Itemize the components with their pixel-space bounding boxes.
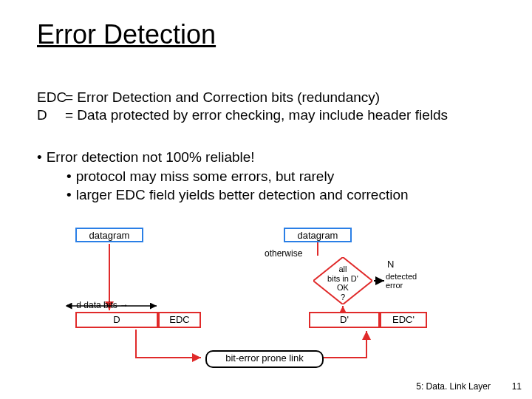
link-box: bit-error prone link bbox=[205, 350, 324, 368]
def-edc: EDC = Error Detection and Correction bit… bbox=[37, 89, 448, 106]
bullet-3: •larger EDC field yields better detectio… bbox=[66, 185, 409, 205]
slide: Error Detection EDC = Error Detection an… bbox=[0, 0, 532, 399]
detected-text: detected bbox=[386, 272, 417, 281]
detected-error-label: detected error bbox=[386, 272, 417, 290]
diagram-arrows bbox=[65, 223, 452, 371]
edc-prime-box: EDC' bbox=[380, 312, 427, 328]
datagram-right-label: datagram bbox=[298, 230, 338, 241]
def-d: D = Data protected by error checking, ma… bbox=[37, 106, 448, 124]
def-edc-text: = Error Detection and Correction bits (r… bbox=[65, 89, 380, 106]
bullet-1-text: Error detection not 100% reliable! bbox=[47, 149, 255, 165]
bullet-2: •protocol may miss some errors, but rare… bbox=[66, 167, 409, 186]
decision-diamond: all bits in D' OK ? bbox=[313, 257, 372, 304]
footer-section: 5: Data. Link Layer bbox=[416, 381, 491, 392]
bullet-1: •Error detection not 100% reliable! bbox=[37, 148, 409, 167]
n-label: N bbox=[387, 259, 394, 270]
def-d-text: = Data protected by error checking, may … bbox=[65, 106, 448, 124]
d-box: D bbox=[75, 312, 158, 328]
edc-box: EDC bbox=[158, 312, 201, 328]
bullets: •Error detection not 100% reliable! •pro… bbox=[37, 148, 409, 205]
bullet-dot-icon: • bbox=[66, 167, 72, 186]
bullet-dot-icon: • bbox=[66, 185, 72, 205]
decision-line4: ? bbox=[341, 293, 345, 301]
d-bits-label: ← d data bits → bbox=[65, 300, 129, 310]
d-prime-label: D' bbox=[340, 314, 349, 325]
datagram-box-left: datagram bbox=[75, 228, 143, 242]
datagram-left-label: datagram bbox=[89, 230, 130, 241]
footer-page-number: 11 bbox=[512, 381, 522, 392]
bullet-3-text: larger EDC field yields better detection… bbox=[76, 187, 409, 202]
def-d-label: D bbox=[37, 106, 65, 124]
bullet-2-text: protocol may miss some errors, but rarel… bbox=[76, 168, 335, 184]
d-bits-text: d data bits bbox=[76, 300, 117, 310]
otherwise-label: otherwise bbox=[265, 248, 302, 259]
edc-prime-label: EDC' bbox=[392, 314, 415, 325]
page-title: Error Detection bbox=[37, 19, 216, 50]
def-edc-label: EDC bbox=[37, 89, 65, 106]
bullet-dot-icon: • bbox=[37, 148, 42, 167]
decision-line3: OK bbox=[337, 283, 349, 292]
decision-line2: bits in D' bbox=[327, 274, 358, 283]
diagram: datagram datagram ← d data bits → D EDC … bbox=[65, 223, 452, 371]
d-prime-box: D' bbox=[309, 312, 380, 328]
decision-text: all bits in D' OK ? bbox=[313, 265, 372, 302]
definitions: EDC = Error Detection and Correction bit… bbox=[37, 89, 448, 124]
error-text: error bbox=[386, 281, 403, 290]
edc-label: EDC bbox=[169, 314, 189, 325]
d-label: D bbox=[113, 314, 120, 325]
datagram-box-right: datagram bbox=[284, 228, 352, 242]
decision-line1: all bbox=[338, 265, 347, 273]
